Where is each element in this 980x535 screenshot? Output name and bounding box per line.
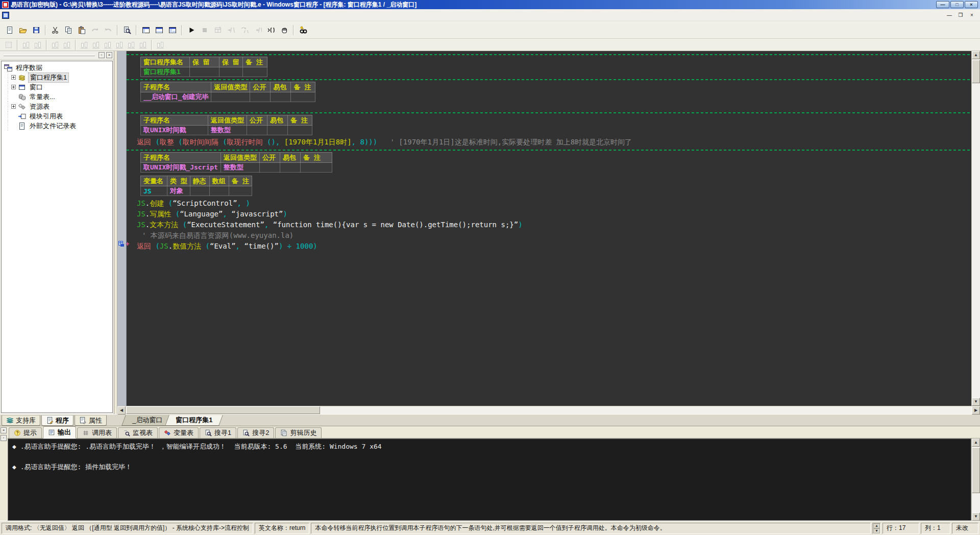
run-button[interactable]: [185, 24, 198, 37]
editor-horizontal-scrollbar[interactable]: ◀ ▶: [117, 406, 980, 414]
open-file-button[interactable]: [16, 24, 29, 37]
table-cell[interactable]: [247, 126, 267, 135]
panel-grip[interactable]: [4, 55, 95, 56]
table-cell[interactable]: [250, 92, 271, 102]
step-over-button[interactable]: [238, 24, 251, 37]
scroll-left-button[interactable]: ◀: [117, 406, 126, 415]
table-cell[interactable]: [267, 126, 288, 135]
redo-button[interactable]: [88, 24, 101, 37]
table-cell[interactable]: [211, 92, 250, 102]
code-line[interactable]: JS.写属性 (“Language”, “javascript”): [137, 209, 971, 220]
super-find-button[interactable]: [297, 24, 309, 37]
output-vertical-scrollbar[interactable]: ▲ ▼: [971, 439, 980, 521]
table-cell[interactable]: [190, 186, 209, 196]
scroll-up-button[interactable]: ▲: [972, 51, 980, 59]
form-grid-button[interactable]: [3, 40, 14, 50]
size-to-grid-button[interactable]: [155, 40, 166, 50]
new-file-button[interactable]: [3, 24, 16, 37]
same-width-button[interactable]: [102, 40, 113, 50]
tree-item-modules[interactable]: 模块引用表: [3, 111, 112, 121]
close-button[interactable]: ×: [965, 1, 978, 8]
scroll-down-button[interactable]: ▼: [972, 398, 980, 406]
scroll-down-button[interactable]: ▼: [972, 513, 980, 521]
code-line[interactable]: 返回 (取整 (取时间间隔 (取现行时间 (), [1970年1月1日8时], …: [137, 137, 971, 148]
output-tab-search[interactable]: 搜寻2: [237, 427, 274, 438]
center-vertical-button[interactable]: [90, 40, 102, 50]
table-cell[interactable]: 取UNIX时间戳_Jscript: [141, 163, 221, 173]
table-cell[interactable]: [291, 92, 315, 102]
code-line[interactable]: ' 本源码来自易语言资源网(www.eyuyan.la): [142, 230, 971, 241]
table-cell[interactable]: [190, 67, 219, 77]
table-cell[interactable]: [243, 67, 267, 77]
tree-item-window[interactable]: 窗口: [3, 82, 112, 92]
sidebar-tab-props[interactable]: 属性: [75, 415, 107, 426]
mdi-close-button[interactable]: ×: [968, 12, 976, 19]
stop-button[interactable]: [198, 24, 211, 37]
mdi-minimize-button[interactable]: —: [945, 12, 953, 19]
table-cell[interactable]: 窗口程序集1: [141, 67, 190, 77]
space-down-button[interactable]: [137, 40, 149, 50]
tree-root-program-data[interactable]: 程序数据: [3, 63, 112, 72]
sidebar-tab-program[interactable]: 程序: [41, 415, 74, 426]
output-tab-watch[interactable]: 监视表: [118, 427, 158, 438]
table-cell[interactable]: 整数型: [220, 163, 259, 173]
code-line[interactable]: JS.文本方法 (“ExecuteStatement”, “function t…: [137, 220, 971, 230]
scroll-thumb[interactable]: [972, 447, 980, 493]
table-cell[interactable]: [219, 67, 243, 77]
debug-window-button[interactable]: [211, 24, 224, 37]
table-cell[interactable]: [300, 163, 332, 173]
step-into-button[interactable]: [225, 24, 237, 37]
step-out-button[interactable]: [251, 24, 264, 37]
output-tab-out[interactable]: 输出: [43, 426, 76, 439]
table-cell[interactable]: 整数型: [208, 126, 247, 135]
align-left-button[interactable]: [20, 40, 32, 50]
tree-item-files[interactable]: 外部文件记录表: [3, 121, 112, 131]
tree-item-assembly[interactable]: 窗口程序集1: [3, 72, 112, 82]
scroll-thumb[interactable]: [126, 406, 320, 414]
center-horizontal-button[interactable]: [79, 40, 90, 50]
save-file-button[interactable]: [30, 24, 42, 37]
panel-float-button[interactable]: ▫: [99, 52, 105, 58]
find-button[interactable]: [120, 24, 133, 37]
align-top-button[interactable]: [50, 40, 61, 50]
spin-up-button[interactable]: ▲: [873, 523, 880, 528]
pause-hand-button[interactable]: [278, 24, 290, 37]
align-bottom-button[interactable]: [61, 40, 72, 50]
table-cell[interactable]: [280, 163, 300, 173]
output-float-button[interactable]: ▫: [1, 435, 7, 441]
output-tab-hint[interactable]: 提示: [9, 427, 42, 438]
code-editor-canvas[interactable]: 窗口程序集名保 留保 留备 注窗口程序集1 子程序名返回值类型公开易包备 注__…: [127, 51, 971, 406]
expand-plus-icon[interactable]: [11, 104, 16, 109]
restore-button[interactable]: □: [950, 1, 964, 8]
minimize-button[interactable]: —: [936, 1, 949, 8]
scroll-up-button[interactable]: ▲: [972, 439, 980, 447]
table-cell[interactable]: [271, 92, 291, 102]
tree-item-resources[interactable]: 资源表: [3, 102, 112, 111]
code-line[interactable]: JS.创建 (“ScriptControl”, ): [137, 198, 971, 209]
cut-button[interactable]: [48, 24, 61, 37]
expand-plus-icon[interactable]: [11, 75, 16, 80]
output-tab-search[interactable]: 搜寻1: [200, 427, 236, 438]
spin-down-button[interactable]: ▼: [873, 528, 880, 533]
table-cell[interactable]: JS: [141, 186, 167, 196]
sidebar-tab-lib[interactable]: 支持库: [2, 415, 40, 426]
paste-button[interactable]: [75, 24, 88, 37]
panel-close-button[interactable]: ×: [106, 52, 112, 58]
toggle-breakpoint-button[interactable]: [264, 24, 277, 37]
align-right-button[interactable]: [32, 40, 43, 50]
editor-tab[interactable]: 窗口程序集1: [165, 415, 223, 426]
table-cell[interactable]: [259, 163, 280, 173]
window-split-grid-button[interactable]: [166, 24, 179, 37]
output-tab-vars[interactable]: 变量表: [159, 427, 199, 438]
scroll-right-button[interactable]: ▶: [972, 406, 980, 415]
table-cell[interactable]: [288, 126, 312, 135]
table-cell[interactable]: [209, 186, 229, 196]
output-tab-clips[interactable]: 剪辑历史: [275, 427, 322, 438]
undo-button[interactable]: [102, 24, 114, 37]
output-close-button[interactable]: ×: [1, 427, 7, 433]
window-split-bottom-button[interactable]: [153, 24, 165, 37]
table-cell[interactable]: [229, 186, 252, 196]
expand-plus-icon[interactable]: [11, 85, 16, 89]
mdi-restore-button[interactable]: ❒: [957, 12, 965, 19]
copy-button[interactable]: [62, 24, 75, 37]
